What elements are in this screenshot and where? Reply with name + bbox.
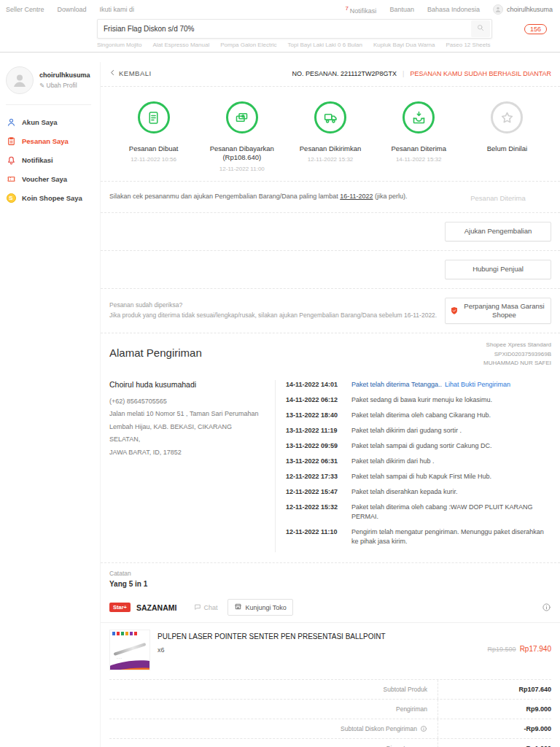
topbar-username: choirulhkusuma — [507, 6, 553, 13]
search-suggestions: Singonium Mojito Alat Espresso Manual Po… — [97, 42, 560, 48]
sidebar-item-voucher-saya[interactable]: Voucher Saya — [6, 169, 96, 188]
link-download[interactable]: Download — [58, 6, 87, 13]
tracking-event: 12-11-2022 17:33Paket telah sampai di hu… — [286, 472, 551, 481]
cart-count-badge[interactable]: 156 — [524, 24, 547, 34]
order-detail-panel: KEMBALI NO. PESANAN. 221112TW2P8GTX | PE… — [100, 62, 560, 747]
store-name[interactable]: SAZANAMI — [136, 603, 176, 612]
product-prices: Rp19.500Rp17.940 — [488, 630, 551, 670]
suggestion-link[interactable]: Alat Espresso Manual — [152, 42, 209, 48]
suggestion-link[interactable]: Pompa Galon Electric — [220, 42, 276, 48]
topbar-user-menu[interactable]: choirulhkusuma — [493, 4, 553, 15]
hubungi-penjual-button[interactable]: Hubungi Penjual — [445, 260, 551, 279]
lihat-bukti-link[interactable]: Lihat Bukti Pengiriman — [445, 381, 510, 388]
inbox-received-icon — [402, 101, 435, 133]
order-progress-stepper: Pesanan Dibuat 12-11-2022 10:56 Pesanan … — [101, 86, 560, 181]
order-number: NO. PESANAN. 221112TW2P8GTX — [292, 70, 397, 77]
recipient-phone: (+62) 85645705565 — [109, 395, 263, 409]
step-pesanan-dibayarkan: Pesanan Dibayarkan (Rp108.640) 12-11-202… — [198, 101, 286, 172]
tracking-history: 14-11-2022 14:01 Paket telah diterima Te… — [276, 380, 551, 553]
sidebar-item-akun-saya[interactable]: Akun Saya — [6, 112, 96, 131]
courier-info: Shopee Xpress Standard SPXID02037593969B… — [483, 338, 551, 368]
voucher-icon — [6, 174, 16, 184]
order-item-row[interactable]: ... PULPEN LASER POINTER SENTER PEN PRES… — [101, 623, 560, 679]
sidebar-item-koin-shopee[interactable]: S Koin Shopee Saya — [6, 188, 96, 207]
original-price: Rp19.500 — [488, 646, 516, 653]
ajukan-pengembalian-button[interactable]: Ajukan Pengembalian — [445, 222, 551, 241]
tracking-event: 12-11-2022 15:47Paket telah diserahkan k… — [286, 487, 551, 497]
language-selector[interactable]: Bahasa Indonesia — [427, 6, 480, 13]
suggestion-link[interactable]: Paseo 12 Sheets — [446, 42, 491, 48]
clipboard-icon — [6, 136, 16, 146]
tracking-event: 14-11-2022 14:01 Paket telah diterima Te… — [286, 380, 551, 390]
courier-service: Shopee Xpress Standard — [483, 341, 551, 349]
step-pesanan-dikirimkan: Pesanan Dikirimkan 12-11-2022 15:32 — [286, 101, 374, 172]
order-totals: Subtotal Produk Rp107.640 Pengiriman Rp9… — [101, 679, 560, 747]
perpanjang-garansi-button[interactable]: Perpanjang Masa Garansi Shopee — [445, 298, 551, 325]
search-input[interactable] — [98, 25, 471, 33]
step-belum-dinilai: Belum Dinilai — [463, 101, 551, 172]
shopee-order-detail-page: Seller Centre Download Ikuti kami di 7No… — [0, 0, 560, 747]
order-status: PESANAN KAMU SUDAH BERHASIL DIANTAR — [410, 70, 551, 77]
total-row: Biaya Layanan Rp1.000 — [109, 738, 551, 747]
search-button[interactable] — [471, 20, 490, 37]
info-icon[interactable] — [420, 725, 427, 732]
return-deadline-date: 16-11-2022 — [340, 193, 373, 200]
avatar — [493, 4, 503, 15]
sidebar-item-notifikasi[interactable]: Notifikasi — [6, 150, 96, 169]
tracking-event: 14-11-2022 06:12Paket sedang di bawa kur… — [286, 395, 551, 405]
chevron-left-icon — [109, 69, 116, 77]
back-button[interactable]: KEMBALI — [109, 69, 152, 77]
shield-icon — [450, 306, 459, 315]
meta-separator: | — [402, 70, 404, 77]
sidebar: choirulhkusuma ✎ Ubah Profil Akun Saya P… — [0, 62, 100, 747]
store-row: Star+ SAZANAMI Chat Kunjungi Toko — [101, 592, 560, 623]
courier-name: MUHAMMAD NUR SAFEI — [483, 359, 551, 368]
suggestion-link[interactable]: Singonium Mojito — [97, 42, 141, 48]
sidebar-profile: choirulhkusuma ✎ Ubah Profil — [6, 63, 96, 103]
chat-button[interactable]: Chat — [194, 603, 217, 612]
search-bar — [97, 19, 492, 39]
link-notifikasi[interactable]: 7Notifikasi — [345, 5, 376, 15]
star-icon — [491, 101, 523, 133]
tracking-event: 13-11-2022 11:19Paket telah dikirim dari… — [286, 426, 551, 436]
bell-icon — [6, 155, 16, 165]
recipient-name: Choirul huda kusumahadi — [109, 380, 263, 389]
shipping-address: Choirul huda kusumahadi (+62) 8564570556… — [109, 380, 276, 553]
product-quantity: x6 — [158, 646, 481, 654]
link-ikuti-kami[interactable]: Ikuti kami di — [100, 6, 135, 13]
star-plus-badge: Star+ — [109, 603, 131, 612]
link-seller-centre[interactable]: Seller Centre — [6, 6, 44, 13]
tracking-event: 12-11-2022 15:32Paket telah diterima ole… — [286, 503, 551, 522]
product-title: PULPEN LASER POINTER SENTER PEN PRESENTA… — [158, 632, 481, 640]
sidebar-username: choirulhkusuma — [39, 71, 90, 79]
sidebar-divider — [6, 104, 91, 105]
info-icon[interactable] — [542, 603, 551, 612]
tracking-number: SPXID02037593969B — [483, 350, 551, 359]
product-thumbnail: ... — [109, 630, 150, 670]
link-bantuan[interactable]: Bantuan — [389, 6, 414, 13]
suggestion-link[interactable]: Topi Bayi Laki Laki 0 6 Bulan — [288, 42, 362, 48]
tracking-event: 12-11-2022 11:10Pengirim telah mengatur … — [286, 527, 551, 546]
kunjungi-toko-button[interactable]: Kunjungi Toko — [228, 599, 292, 616]
receipt-icon — [138, 101, 170, 133]
note-label: Catatan — [109, 570, 551, 577]
tracking-event: 13-11-2022 06:31Paket telah dikirim dari… — [286, 457, 551, 466]
total-row: Pengiriman Rp9.000 — [109, 699, 551, 719]
shipping-section: Alamat Pengiriman Shopee Xpress Standard… — [101, 333, 560, 562]
shipping-section-title: Alamat Pengiriman — [109, 338, 202, 359]
truck-icon — [314, 101, 346, 133]
topbar: Seller Centre Download Ikuti kami di 7No… — [0, 0, 560, 53]
avatar[interactable] — [6, 66, 34, 94]
edit-profile-link[interactable]: ✎ Ubah Profil — [39, 82, 90, 89]
order-note: Catatan Yang 5 in 1 — [101, 562, 560, 592]
notification-count-badge: 7 — [345, 5, 348, 12]
pesanan-diterima-label: Pesanan Diterima — [470, 194, 526, 202]
discounted-price: Rp17.940 — [520, 645, 551, 653]
tracking-event: 13-11-2022 09:59Paket telah sampai di gu… — [286, 441, 551, 451]
pencil-icon: ✎ — [39, 82, 44, 89]
return-deadline-note: Silakan cek pesananmu dan ajukan Pengemb… — [109, 192, 408, 202]
step-pesanan-dibuat: Pesanan Dibuat 12-11-2022 10:56 — [109, 101, 198, 172]
sidebar-item-pesanan-saya[interactable]: Pesanan Saya — [6, 131, 96, 150]
suggestion-link[interactable]: Kupluk Bayi Dua Warna — [373, 42, 435, 48]
order-checked-note: Pesanan sudah diperiksa? Jika produk yan… — [109, 301, 437, 320]
